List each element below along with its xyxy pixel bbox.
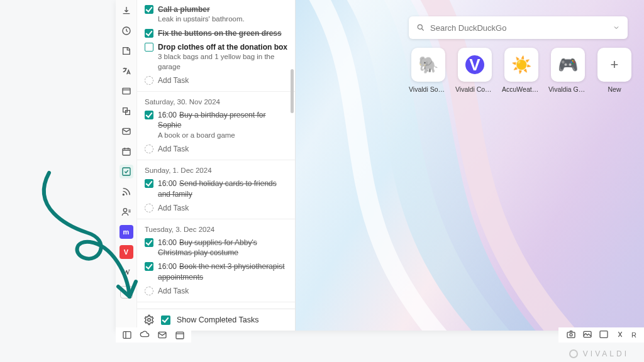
add-task-icon [145, 76, 153, 85]
search-icon [416, 23, 425, 32]
window-panel-icon[interactable] [119, 84, 133, 98]
speed-dial-label: Vivaldi Social [409, 85, 448, 93]
task-section-header: Tuesday, 3. Dec 2024 [143, 222, 289, 236]
task-checkbox[interactable] [145, 43, 153, 52]
status-bar-right: R [558, 327, 644, 343]
speed-dial-label: Vivaldia Games [548, 85, 587, 93]
add-task-label: Add Task [158, 286, 189, 296]
vivaldi-brand: VIVALDI [569, 349, 629, 358]
speed-dial-icon: + [597, 48, 631, 82]
sync-icon[interactable] [140, 330, 150, 340]
task-title: Fix the buttons on the green dress [158, 29, 282, 38]
task-checkbox[interactable] [145, 29, 153, 38]
mastodon-panel-icon[interactable]: m [119, 225, 133, 239]
svg-rect-12 [567, 332, 575, 337]
task-checkbox[interactable] [145, 111, 153, 119]
svg-point-13 [570, 333, 572, 336]
images-toggle-icon[interactable] [582, 329, 592, 341]
add-task-button[interactable]: Add Task [143, 142, 289, 156]
translate-icon[interactable] [119, 64, 133, 78]
contacts-icon[interactable] [119, 205, 133, 219]
tasks-panel: Call a plumberLeak in upstairs' bathroom… [137, 0, 296, 331]
app-window: m V W + Call a plumberLeak in upstairs' … [116, 0, 644, 331]
add-task-icon [145, 145, 153, 153]
svg-rect-9 [123, 332, 131, 339]
task-checkbox[interactable] [145, 238, 153, 247]
tasks-icon[interactable] [119, 165, 133, 178]
task-description: A book or a board game [158, 131, 287, 141]
vivaldi-brand-text: VIVALDI [583, 349, 629, 358]
task-title: Book the next 3 physiotherapist appointm… [158, 262, 284, 281]
show-completed-checkbox[interactable] [161, 315, 170, 325]
feeds-icon[interactable] [119, 185, 133, 199]
search-field[interactable] [409, 16, 628, 39]
task-section-header: Saturday, 30. Nov 2024 [143, 94, 289, 108]
svg-point-6 [123, 209, 126, 212]
calendar-icon[interactable] [119, 145, 133, 158]
task-row[interactable]: Drop clothes off at the donation box3 bl… [143, 40, 289, 74]
task-checkbox[interactable] [145, 262, 153, 271]
svg-rect-11 [176, 332, 184, 339]
downloads-icon[interactable] [119, 4, 133, 18]
tiling-icon[interactable] [599, 329, 609, 341]
history-icon[interactable] [119, 24, 133, 38]
speed-dial-icon: 🎮 [551, 48, 585, 82]
chevron-down-icon[interactable] [613, 24, 620, 31]
task-description: 3 black bags and 1 yellow bag in the gar… [158, 52, 287, 72]
svg-point-5 [123, 194, 124, 195]
task-row[interactable]: 16:00Book the next 3 physiotherapist app… [143, 260, 289, 283]
side-panel-rail: m V W + [116, 0, 137, 331]
settings-icon[interactable] [143, 314, 155, 326]
capture-icon[interactable] [566, 329, 576, 341]
search-input[interactable] [430, 23, 613, 33]
task-section-header: Sunday, 1. Dec 2024 [143, 163, 289, 177]
add-task-label: Add Task [158, 144, 189, 154]
add-task-button[interactable]: Add Task [143, 74, 289, 87]
speed-dial-label: AccuWeather [502, 85, 541, 93]
svg-rect-4 [123, 168, 130, 175]
panel-toggle-icon[interactable] [122, 330, 132, 340]
add-task-label: Add Task [158, 75, 189, 85]
scrollbar-thumb[interactable] [291, 69, 294, 113]
speed-dial-tile[interactable]: 🐘Vivaldi Social [409, 48, 448, 93]
add-panel-button[interactable]: + [119, 285, 133, 299]
task-row[interactable]: 16:00Send holiday cards to friends and f… [143, 177, 289, 200]
add-task-button[interactable]: Add Task [143, 284, 289, 298]
page-actions-icon[interactable] [615, 329, 625, 341]
status-bar-left [116, 327, 191, 343]
vivaldi-panel-icon[interactable]: V [119, 245, 133, 259]
speed-dial-tile[interactable]: +New [595, 48, 634, 93]
calendar-status-icon[interactable] [175, 330, 185, 340]
task-row[interactable]: Call a plumberLeak in upstairs' bathroom… [143, 3, 289, 26]
task-row[interactable]: 16:00Buy supplies for Abby's Christmas p… [143, 236, 289, 260]
svg-point-7 [148, 319, 151, 322]
task-row[interactable]: 16:00Buy a birthday present for SophieA … [143, 108, 289, 142]
task-row[interactable]: Fix the buttons on the green dress [143, 26, 289, 40]
notes-icon[interactable] [119, 44, 133, 58]
tasks-list[interactable]: Call a plumberLeak in upstairs' bathroom… [137, 0, 295, 309]
task-time: 16:00 [158, 262, 177, 271]
speed-dial-icon: 🐘 [411, 48, 445, 82]
mail-icon[interactable] [119, 124, 133, 138]
sessions-icon[interactable] [119, 104, 133, 118]
add-task-icon [145, 204, 153, 212]
task-checkbox[interactable] [145, 5, 153, 14]
mail-status-icon[interactable] [157, 330, 167, 340]
add-task-button[interactable]: Add Task [143, 201, 289, 215]
wikipedia-panel-icon[interactable]: W [119, 265, 133, 279]
speed-dial-icon: ☀️ [504, 48, 538, 82]
task-time: 16:00 [158, 111, 177, 119]
task-description: Leak in upstairs' bathroom. [158, 14, 287, 25]
speed-dial-tile[interactable]: 🎮Vivaldia Games [548, 48, 587, 93]
show-completed-label: Show Completed Tasks [177, 315, 258, 324]
add-task-icon [145, 287, 153, 295]
ruler-icon[interactable]: R [631, 331, 636, 339]
task-checkbox[interactable] [145, 179, 153, 188]
svg-point-8 [418, 25, 422, 29]
svg-rect-15 [600, 331, 608, 337]
speed-dial-tile[interactable]: ☀️AccuWeather [502, 48, 541, 93]
task-time: 16:00 [158, 179, 177, 188]
speed-dial-tile[interactable]: VVivaldi Com... [455, 48, 494, 93]
start-page: 🐘Vivaldi SocialVVivaldi Com...☀️AccuWeat… [296, 0, 644, 331]
task-time: 16:00 [158, 238, 177, 247]
